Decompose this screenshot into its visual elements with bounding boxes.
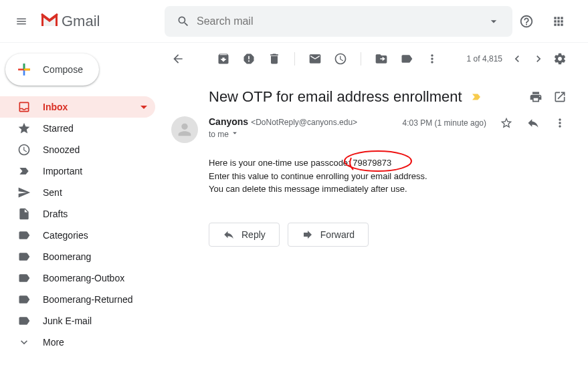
sidebar-item-label: Starred bbox=[43, 123, 74, 134]
arrow-back-icon bbox=[171, 52, 185, 66]
sidebar-item-label: Sent bbox=[43, 187, 62, 198]
inbox-icon bbox=[17, 100, 31, 114]
caret-down-icon bbox=[487, 15, 500, 28]
sidebar-item-label: Inbox bbox=[43, 102, 68, 112]
apps-grid-icon bbox=[552, 15, 565, 28]
move-to-button[interactable] bbox=[375, 52, 388, 66]
open-new-window-button[interactable] bbox=[553, 90, 567, 104]
sidebar-item-boomerang-outbox[interactable]: Boomerang-Outbox bbox=[0, 267, 155, 289]
sidebar-item-more[interactable]: More bbox=[0, 332, 155, 353]
sidebar-item-junk[interactable]: Junk E-mail bbox=[0, 310, 155, 332]
more-button[interactable] bbox=[425, 52, 439, 66]
sidebar-item-snoozed[interactable]: Snoozed bbox=[0, 139, 155, 160]
star-button[interactable] bbox=[500, 116, 513, 130]
email-subject: New OTP for email address enrollment bbox=[209, 88, 462, 106]
more-vert-icon bbox=[425, 52, 439, 66]
help-icon bbox=[519, 14, 534, 29]
compose-label: Compose bbox=[43, 64, 83, 75]
sidebar-item-drafts[interactable]: Drafts bbox=[0, 203, 155, 225]
sidebar-item-label: Snoozed bbox=[43, 144, 80, 155]
label-icon bbox=[400, 52, 413, 66]
gmail-logo[interactable]: Gmail bbox=[37, 13, 165, 30]
sidebar-item-categories[interactable]: Categories bbox=[0, 225, 155, 246]
body-line: Enter this value to continue enrolling y… bbox=[209, 170, 567, 183]
sent-icon bbox=[17, 186, 31, 199]
gear-icon bbox=[553, 52, 567, 66]
pagination-text: 1 of 4,815 bbox=[467, 54, 502, 64]
back-button[interactable] bbox=[171, 52, 185, 66]
star-outline-icon bbox=[500, 116, 513, 130]
reply-label: Reply bbox=[241, 229, 266, 240]
categories-icon bbox=[17, 229, 31, 242]
search-input[interactable] bbox=[197, 15, 480, 27]
compose-plus-icon bbox=[13, 59, 35, 80]
important-icon bbox=[17, 164, 31, 178]
chevron-down-icon bbox=[17, 336, 31, 349]
sidebar-item-boomerang-returned[interactable]: Boomerang-Returned bbox=[0, 289, 155, 310]
label-icon bbox=[17, 250, 31, 263]
compose-button[interactable]: Compose bbox=[5, 53, 99, 86]
trash-icon bbox=[268, 52, 281, 66]
print-icon bbox=[529, 90, 543, 104]
print-button[interactable] bbox=[529, 90, 543, 104]
email-body: Here is your one-time use passcode: 7987… bbox=[209, 156, 567, 196]
clock-icon bbox=[334, 52, 347, 66]
sidebar-item-label: Categories bbox=[43, 230, 88, 241]
reply-icon bbox=[223, 229, 235, 241]
delete-button[interactable] bbox=[268, 52, 281, 66]
forward-button[interactable]: Forward bbox=[288, 223, 369, 247]
separator bbox=[361, 52, 361, 66]
snooze-button[interactable] bbox=[334, 52, 347, 66]
prev-button[interactable] bbox=[510, 52, 524, 66]
support-button[interactable] bbox=[513, 8, 540, 35]
sidebar-item-sent[interactable]: Sent bbox=[0, 182, 155, 203]
label-icon bbox=[17, 271, 31, 285]
label-icon bbox=[17, 293, 31, 306]
sidebar-item-label: Junk E-mail bbox=[43, 316, 92, 326]
reply-icon-button[interactable] bbox=[526, 116, 540, 130]
archive-button[interactable] bbox=[217, 52, 230, 66]
sidebar-item-important[interactable]: Important bbox=[0, 160, 155, 182]
gmail-logo-text: Gmail bbox=[62, 13, 100, 30]
settings-button[interactable] bbox=[553, 52, 567, 66]
search-bar[interactable] bbox=[165, 6, 512, 37]
reply-button[interactable]: Reply bbox=[209, 223, 280, 247]
search-options-dropdown[interactable] bbox=[480, 15, 507, 28]
sidebar-item-label: More bbox=[43, 337, 64, 348]
more-vert-icon bbox=[553, 116, 567, 130]
next-button[interactable] bbox=[532, 52, 545, 66]
sidebar-item-inbox[interactable]: Inbox bbox=[0, 96, 155, 118]
clock-icon bbox=[17, 143, 31, 156]
important-marker-icon bbox=[470, 91, 482, 103]
forward-label: Forward bbox=[320, 229, 355, 240]
folder-icon bbox=[375, 52, 388, 66]
sidebar: Compose Inbox Starred Snoozed Important bbox=[0, 43, 161, 371]
recipient-toggle[interactable]: to me bbox=[209, 128, 403, 140]
sidebar-item-label: Boomerang bbox=[43, 251, 91, 262]
chevron-left-icon bbox=[510, 52, 524, 66]
mail-icon bbox=[308, 52, 322, 66]
important-marker[interactable] bbox=[470, 91, 482, 103]
sidebar-item-label: Boomerang-Returned bbox=[43, 294, 133, 305]
to-text: to me bbox=[209, 130, 229, 139]
body-line: You can delete this message immediately … bbox=[209, 182, 567, 196]
sidebar-item-starred[interactable]: Starred bbox=[0, 118, 155, 139]
main-menu-button[interactable] bbox=[5, 5, 37, 37]
star-icon bbox=[17, 122, 31, 135]
search-icon bbox=[170, 15, 197, 28]
archive-icon bbox=[217, 52, 230, 66]
sender-avatar bbox=[171, 116, 198, 143]
report-spam-button[interactable] bbox=[242, 52, 256, 66]
labels-button[interactable] bbox=[400, 52, 413, 66]
sidebar-item-label: Boomerang-Outbox bbox=[43, 273, 124, 283]
apps-button[interactable] bbox=[545, 8, 572, 35]
inbox-caret[interactable] bbox=[140, 102, 147, 112]
forward-icon bbox=[302, 229, 314, 241]
caret-down-icon bbox=[230, 128, 239, 140]
open-new-icon bbox=[553, 90, 567, 104]
message-more-button[interactable] bbox=[553, 116, 567, 130]
gmail-logo-icon bbox=[40, 13, 59, 29]
mark-unread-button[interactable] bbox=[308, 52, 322, 66]
label-icon bbox=[17, 314, 31, 328]
sidebar-item-boomerang[interactable]: Boomerang bbox=[0, 246, 155, 267]
